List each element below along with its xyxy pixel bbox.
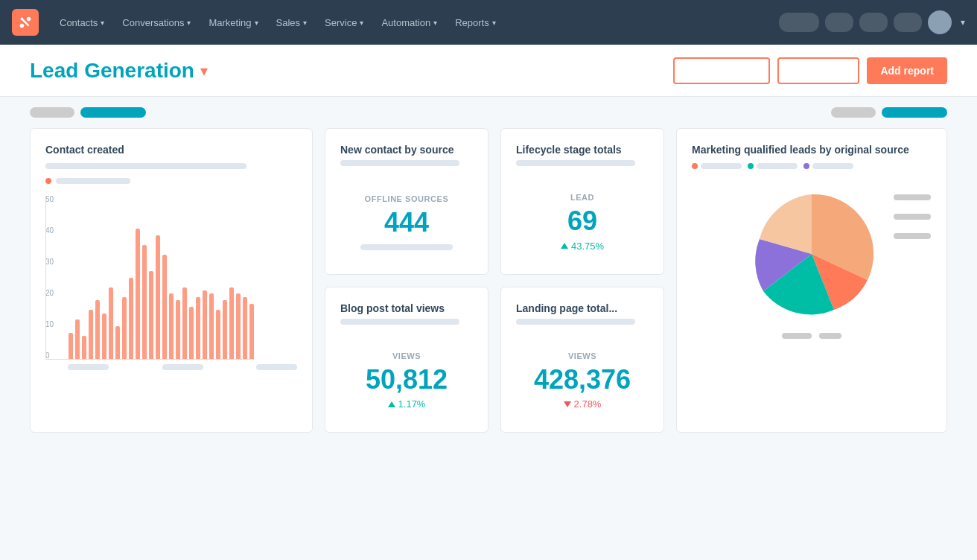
contact-created-card: Contact created 50 40 30 20 10 0 [30,128,313,433]
page-header: Lead Generation ▾ Add report [0,45,977,97]
bar-item [196,297,200,359]
bar-item [156,235,160,359]
new-contact-card: New contact by source OFFLINE SOURCES 44… [325,128,488,275]
nav-item-reports[interactable]: Reports ▾ [446,0,505,45]
filter-bar [0,97,977,128]
lifecycle-card: Lifecycle stage totals LEAD 69 43.75% [500,128,664,275]
pie-legend-dot-2 [748,163,754,169]
pie-legend-item-1 [692,163,742,169]
blog-views-source-label: VIEWS [392,351,421,360]
svg-point-1 [20,24,25,28]
filter-pill-1[interactable] [30,107,74,118]
lifecycle-change-text: 43.75% [571,241,604,252]
blog-views-stat-inner: VIEWS 50,812 1.17% [340,337,473,418]
pie-label-b2 [819,333,841,339]
nav-item-automation[interactable]: Automation ▾ [372,0,446,45]
bar-item [249,304,254,359]
pie-label-b1 [782,333,812,339]
bar-chart-inner [45,196,254,360]
bar-item [176,300,180,359]
nav-right-actions: ▾ [779,10,965,34]
avatar[interactable] [928,10,952,34]
chevron-down-icon: ▾ [360,19,363,27]
contact-subtitle-bar [45,163,246,169]
pie-label-r3 [894,233,931,239]
filter-left [30,107,146,118]
landing-views-stat-inner: VIEWS 428,376 2.78% [516,337,649,418]
chevron-down-icon: ▾ [492,19,496,27]
bar-item [115,326,120,359]
mql-title: Marketing qualified leads by original so… [692,144,932,156]
title-area: Lead Generation ▾ [30,59,208,83]
dashboard: Contact created 50 40 30 20 10 0 [0,128,977,455]
bar-item [142,245,147,359]
x-label-2 [162,364,203,370]
bar-item [129,278,133,360]
blog-views-title: Blog post total views [340,302,473,314]
bar-item [243,297,247,359]
landing-views-header-bar [516,319,635,325]
new-contact-stat-inner: OFFLINE SOURCES 444 [340,178,473,259]
x-axis-labels [45,364,297,370]
nav-item-marketing[interactable]: Marketing ▾ [200,0,267,45]
pie-bottom-labels [692,333,932,339]
bar-item [229,287,234,359]
filter-btn-2[interactable] [777,57,859,84]
pie-legend-item-2 [748,163,798,169]
pie-legend-dot-3 [803,163,809,169]
landing-views-source-label: VIEWS [568,351,596,360]
right-column: Lifecycle stage totals LEAD 69 43.75% La… [500,128,664,433]
nav-chevron-icon[interactable]: ▾ [961,17,965,28]
blog-views-card: Blog post total views VIEWS 50,812 1.17% [325,287,488,433]
chevron-down-icon: ▾ [187,19,191,27]
pie-chart [745,187,879,321]
up-arrow-icon [561,243,568,249]
landing-views-change-text: 2.78% [574,398,602,410]
filter-pill-3[interactable] [831,107,876,118]
pie-legend-bar-3 [812,163,853,169]
lifecycle-change: 43.75% [561,241,604,252]
nav-item-conversations[interactable]: Conversations ▾ [113,0,200,45]
bar-item [162,255,167,359]
lifecycle-header-bar [516,160,635,166]
hubspot-logo[interactable] [12,9,39,36]
blog-views-value: 50,812 [366,365,448,395]
legend-bar [56,178,130,184]
filter-pill-4[interactable] [882,107,947,118]
nav-notif-pill[interactable] [894,13,922,32]
nav-search-pill[interactable] [779,13,819,32]
filter-pill-2[interactable] [80,107,146,118]
contact-created-title: Contact created [45,144,297,156]
new-contact-header-bar [340,160,459,166]
add-report-button[interactable]: Add report [867,57,947,84]
pie-label-r1 [894,194,931,200]
bar-item [122,297,127,359]
nav-settings-pill[interactable] [859,13,888,32]
bar-item [149,271,153,359]
legend-dot [45,178,51,184]
middle-column: New contact by source OFFLINE SOURCES 44… [325,128,488,433]
pie-legend-bar-2 [757,163,798,169]
bar-item [75,319,80,359]
new-contact-stat-bar [360,244,454,250]
filter-btn-1[interactable] [673,57,770,84]
bar-item [136,229,140,359]
bar-item [102,314,106,359]
bar-item [82,336,86,359]
landing-views-title: Landing page total... [516,302,649,314]
lifecycle-title: Lifecycle stage totals [516,144,649,156]
new-contact-value: 444 [384,208,429,238]
nav-item-sales[interactable]: Sales ▾ [267,0,316,45]
lifecycle-value: 69 [567,206,597,236]
chevron-down-icon: ▾ [303,19,307,27]
new-contact-title: New contact by source [340,144,473,156]
nav-help-pill[interactable] [825,13,853,32]
up-arrow-icon [388,401,395,407]
pie-legend-dot-1 [692,163,698,169]
landing-views-change: 2.78% [564,398,602,410]
mql-card: Marketing qualified leads by original so… [676,128,947,433]
nav-item-service[interactable]: Service ▾ [316,0,372,45]
nav-item-contacts[interactable]: Contacts ▾ [51,0,113,45]
title-dropdown-icon[interactable]: ▾ [200,62,208,80]
bar-item [69,333,73,359]
